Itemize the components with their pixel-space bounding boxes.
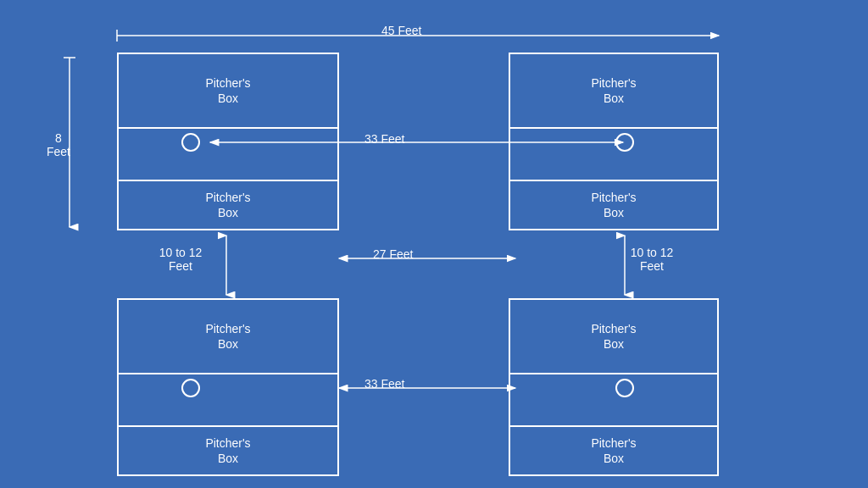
bottom-left-circle [181, 379, 200, 397]
bottom-right-lower-pitcher-box: Pitcher'sBox [509, 425, 719, 476]
label-33-feet-top: 33 Feet [364, 132, 404, 146]
bottom-right-upper-pitcher-box: Pitcher'sBox [509, 298, 719, 374]
label-10-12-right: 10 to 12Feet [614, 246, 690, 273]
bottom-right-circle [615, 379, 634, 397]
top-left-circle [181, 133, 200, 152]
bottom-left-upper-pitcher-box: Pitcher'sBox [117, 298, 339, 374]
top-right-upper-pitcher-box: Pitcher'sBox [509, 53, 719, 129]
label-10-12-left: 10 to 12Feet [142, 246, 219, 273]
label-27-feet: 27 Feet [373, 247, 413, 261]
bottom-left-lower-pitcher-box: Pitcher'sBox [117, 425, 339, 476]
top-left-lower-pitcher-box: Pitcher'sBox [117, 180, 339, 230]
top-right-lower-pitcher-box: Pitcher'sBox [509, 180, 719, 230]
top-left-upper-pitcher-box: Pitcher'sBox [117, 53, 339, 129]
top-right-circle [615, 133, 634, 152]
label-8-feet: 8Feet [47, 131, 70, 158]
label-45-feet: 45 Feet [381, 24, 421, 37]
label-33-feet-bottom: 33 Feet [364, 377, 404, 391]
